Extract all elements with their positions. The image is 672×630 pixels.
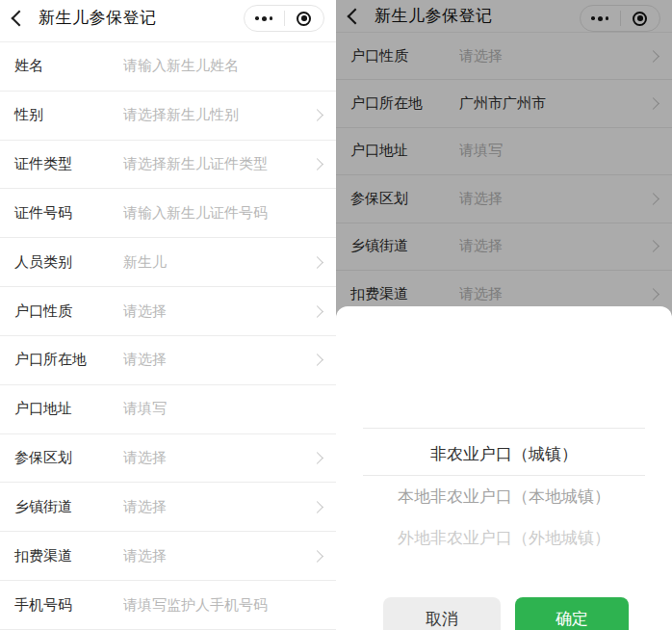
picker-sheet: 非农业户口（城镇） 本地非农业户口（本地城镇） 外地非农业户口（外地城镇） 取消… — [336, 306, 672, 630]
field-label: 人员类别 — [14, 253, 123, 272]
chevron-right-icon — [311, 452, 323, 464]
row-hukou-location[interactable]: 户口所在地 请选择 — [0, 336, 336, 385]
field-placeholder: 请输入新生儿姓名 — [123, 57, 322, 75]
more-dots-icon — [255, 16, 272, 21]
picker-option[interactable]: 外地非农业户口（外地城镇） — [336, 527, 672, 549]
picker-option[interactable]: 本地非农业户口（本地城镇） — [336, 486, 672, 508]
row-gender[interactable]: 性别 请选择新生儿性别 — [0, 92, 336, 141]
field-placeholder: 请选择 — [123, 449, 307, 467]
row-phone-number[interactable]: 手机号码 请填写监护人手机号码 — [0, 581, 336, 630]
chevron-right-icon — [311, 354, 323, 367]
confirm-button[interactable]: 确定 — [515, 597, 629, 630]
chevron-right-icon — [311, 305, 323, 318]
field-label: 户口所在地 — [14, 351, 123, 369]
cancel-button[interactable]: 取消 — [383, 597, 501, 630]
row-cert-number[interactable]: 证件号码 请输入新生儿证件号码 — [0, 189, 336, 238]
close-capsule-button[interactable] — [285, 6, 324, 31]
back-icon[interactable] — [12, 10, 28, 26]
form-list: 姓名 请输入新生儿姓名 性别 请选择新生儿性别 证件类型 请选择新生儿证件类型 … — [0, 42, 336, 630]
field-placeholder: 请选择新生儿性别 — [123, 106, 307, 124]
picker-indicator-line — [363, 475, 645, 476]
field-label: 证件号码 — [14, 204, 123, 223]
navbar: 新生儿参保登记 — [0, 0, 336, 42]
picker-indicator-line — [363, 428, 645, 429]
field-label: 户口地址 — [14, 400, 123, 418]
field-label: 手机号码 — [14, 596, 123, 615]
row-hukou-address[interactable]: 户口地址 请填写 — [0, 385, 336, 434]
chevron-right-icon — [311, 501, 323, 513]
field-placeholder: 请选择 — [123, 302, 307, 321]
field-placeholder: 请选择 — [123, 547, 307, 565]
field-placeholder: 请输入新生儿证件号码 — [123, 204, 322, 223]
chevron-right-icon — [311, 109, 323, 121]
row-cert-type[interactable]: 证件类型 请选择新生儿证件类型 — [0, 141, 336, 190]
target-circle-icon — [297, 12, 311, 26]
field-placeholder: 请选择 — [123, 351, 307, 369]
field-label: 户口性质 — [14, 302, 123, 321]
wechat-capsule — [244, 5, 324, 32]
page-title: 新生儿参保登记 — [39, 7, 157, 29]
chevron-right-icon — [311, 256, 323, 269]
field-label: 姓名 — [14, 57, 123, 75]
row-insured-district[interactable]: 参保区划 请选择 — [0, 434, 336, 484]
field-placeholder: 请填写监护人手机号码 — [123, 596, 322, 615]
row-name[interactable]: 姓名 请输入新生儿姓名 — [0, 42, 336, 92]
row-hukou-type[interactable]: 户口性质 请选择 — [0, 287, 336, 336]
more-menu-button[interactable] — [245, 6, 284, 31]
field-label: 证件类型 — [14, 155, 123, 173]
field-placeholder: 请选择 — [123, 498, 307, 516]
screen-form-top: 新生儿参保登记 姓名 请输入新生儿姓名 性别 请选择新生儿性别 证件类型 请选择… — [0, 0, 336, 630]
screen-picker-open: 新生儿参保登记 户口性质 请选择 户口所在地 广州市广州市 户口地址 请填写 — [336, 0, 672, 630]
row-person-category[interactable]: 人员类别 新生儿 — [0, 238, 336, 287]
picker-option-selected[interactable]: 非农业户口（城镇） — [336, 443, 672, 465]
field-placeholder: 请填写 — [123, 400, 322, 418]
chevron-right-icon — [311, 158, 323, 171]
field-label: 性别 — [14, 106, 123, 124]
row-township-street[interactable]: 乡镇街道 请选择 — [0, 483, 336, 532]
field-value: 新生儿 — [123, 253, 307, 272]
row-deduction-channel[interactable]: 扣费渠道 请选择 — [0, 532, 336, 581]
chevron-right-icon — [311, 550, 323, 563]
field-placeholder: 请选择新生儿证件类型 — [123, 155, 307, 173]
field-label: 乡镇街道 — [14, 498, 123, 516]
field-label: 扣费渠道 — [14, 547, 123, 565]
field-label: 参保区划 — [14, 449, 123, 467]
